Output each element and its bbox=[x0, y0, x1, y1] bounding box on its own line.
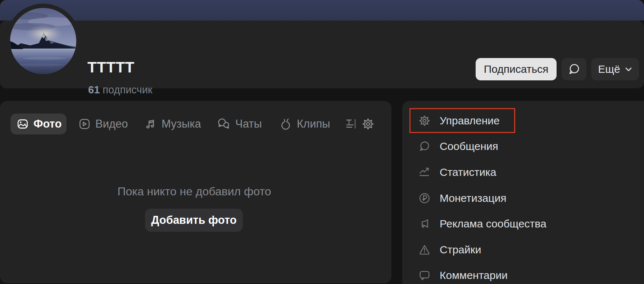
sidebar-item-label: Управление bbox=[440, 115, 500, 127]
subscribers-line[interactable]: 61 подписчик bbox=[88, 84, 153, 96]
megaphone-icon bbox=[418, 218, 431, 230]
more-button[interactable]: Ещё bbox=[591, 58, 639, 80]
tab-music[interactable]: Музыка bbox=[145, 117, 201, 131]
tab-clips[interactable]: Клипы bbox=[280, 117, 330, 131]
admin-sidebar: Управление Сообщения Статистика bbox=[402, 101, 644, 284]
stats-chart-icon bbox=[418, 166, 431, 178]
photo-icon bbox=[17, 118, 29, 130]
tab-chats-label: Чаты bbox=[235, 117, 262, 130]
text-sections-icon bbox=[345, 118, 358, 130]
content-card: Фото Видео Музыка bbox=[0, 101, 391, 283]
warning-triangle-icon bbox=[418, 244, 431, 256]
community-name: ТТТТТ bbox=[87, 59, 135, 76]
tab-photos-label: Фото bbox=[33, 117, 62, 130]
sidebar-item-label: Статистика bbox=[440, 166, 496, 178]
add-photo-button[interactable]: Добавить фото bbox=[145, 209, 243, 232]
manage-sections-button[interactable] bbox=[345, 117, 358, 130]
more-button-label: Ещё bbox=[598, 63, 620, 75]
community-header-card: ТТТТТ 61 подписчик Подписаться Ещё bbox=[0, 21, 644, 88]
tab-video[interactable]: Видео bbox=[78, 117, 128, 131]
tab-chats[interactable]: Чаты bbox=[217, 117, 262, 131]
clips-icon bbox=[280, 117, 292, 130]
subscribers-label: подписчик bbox=[103, 84, 152, 96]
message-button[interactable] bbox=[562, 58, 586, 80]
gear-icon bbox=[418, 115, 431, 127]
sidebar-item-monetization[interactable]: Монетизация bbox=[402, 185, 644, 211]
sidebar-item-community-ads[interactable]: Реклама сообщества bbox=[402, 211, 644, 237]
message-bubble-icon bbox=[568, 63, 581, 76]
avatar[interactable] bbox=[10, 8, 76, 74]
subscribers-count: 61 bbox=[88, 84, 100, 96]
sidebar-item-label: Сообщения bbox=[440, 140, 498, 152]
sidebar-item-label: Монетизация bbox=[440, 192, 506, 204]
sidebar-item-manage[interactable]: Управление bbox=[402, 108, 644, 134]
sidebar-item-comments[interactable]: Комментарии bbox=[402, 263, 644, 284]
chats-icon bbox=[217, 117, 231, 130]
tab-photos[interactable]: Фото bbox=[10, 114, 67, 134]
tab-music-label: Музыка bbox=[162, 117, 201, 130]
sidebar-item-statistics[interactable]: Статистика bbox=[402, 159, 644, 185]
sidebar-item-label: Реклама сообщества bbox=[440, 218, 547, 230]
video-icon bbox=[78, 118, 91, 130]
chevron-down-icon bbox=[625, 67, 632, 72]
empty-state-message: Пока никто не добавил фото bbox=[0, 185, 389, 198]
ruble-circle-icon bbox=[418, 192, 431, 204]
gear-icon bbox=[362, 117, 375, 130]
comment-bubble-icon bbox=[418, 269, 431, 281]
music-icon bbox=[145, 118, 157, 130]
sidebar-item-label: Комментарии bbox=[440, 269, 508, 281]
message-bubble-icon bbox=[418, 140, 431, 152]
community-cover bbox=[0, 0, 644, 21]
sidebar-item-strikes[interactable]: Страйки bbox=[402, 237, 644, 263]
sidebar-item-label: Страйки bbox=[440, 244, 481, 256]
tab-clips-label: Клипы bbox=[297, 117, 330, 130]
tab-video-label: Видео bbox=[95, 117, 128, 130]
tabs-settings-button[interactable] bbox=[361, 117, 375, 130]
subscribe-button[interactable]: Подписаться bbox=[476, 58, 557, 80]
sidebar-item-messages[interactable]: Сообщения bbox=[402, 134, 644, 160]
